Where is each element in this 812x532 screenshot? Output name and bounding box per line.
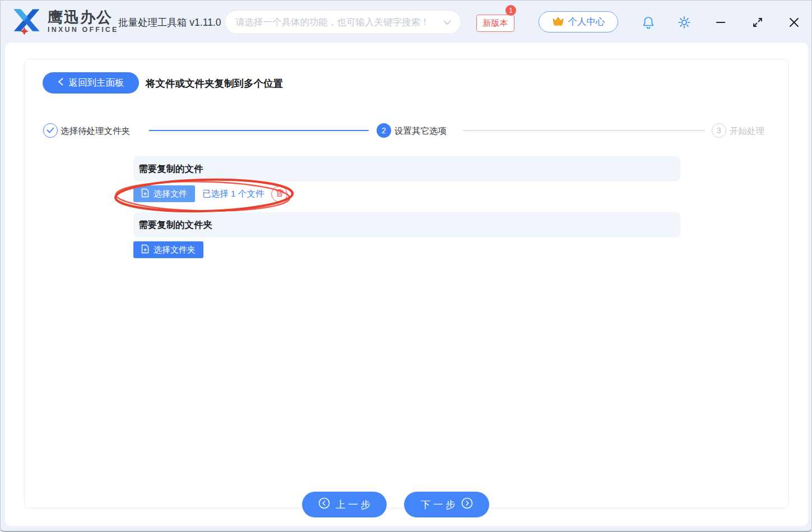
settings-gear-icon[interactable] bbox=[677, 15, 692, 30]
minimize-icon[interactable] bbox=[713, 15, 728, 30]
circled-chevron-right-icon bbox=[461, 497, 473, 512]
page-title: 将文件或文件夹复制到多个位置 bbox=[146, 77, 283, 90]
section-folders-title: 需要复制的文件夹 bbox=[138, 219, 212, 231]
folder-plus-icon bbox=[141, 244, 149, 255]
next-step-button[interactable]: 下 一 步 bbox=[404, 492, 489, 517]
new-version-badge: 1 bbox=[505, 5, 516, 16]
maximize-resize-icon[interactable] bbox=[750, 15, 765, 30]
function-search-select[interactable]: 请选择一个具体的功能，也可输入关键字搜索！ bbox=[225, 10, 461, 34]
check-icon bbox=[47, 126, 54, 135]
file-plus-icon bbox=[141, 188, 149, 199]
app-logo: 鹰迅办公 INXUN OFFICE bbox=[12, 7, 119, 37]
back-to-dashboard-button[interactable]: 返回到主面板 bbox=[43, 72, 139, 94]
next-step-label: 下 一 步 bbox=[420, 498, 455, 511]
folder-select-row: 选择文件夹 bbox=[133, 241, 203, 258]
content-card: 返回到主面板 将文件或文件夹复制到多个位置 选择待处理文件夹 2 设置其它选项 … bbox=[24, 59, 789, 508]
user-center-button[interactable]: 个人中心 bbox=[539, 11, 618, 32]
select-files-button[interactable]: 选择文件 bbox=[133, 185, 195, 202]
notification-bell-icon[interactable] bbox=[641, 15, 656, 30]
main-panel: 返回到主面板 将文件或文件夹复制到多个位置 选择待处理文件夹 2 设置其它选项 … bbox=[5, 43, 808, 526]
select-folders-label: 选择文件夹 bbox=[154, 245, 196, 255]
user-center-label: 个人中心 bbox=[568, 16, 605, 28]
app-window: 鹰迅办公 INXUN OFFICE 批量处理工具箱 v1.11.0 请选择一个具… bbox=[0, 0, 812, 532]
new-version-button[interactable]: 新版本 bbox=[476, 15, 514, 32]
step-1-circle bbox=[43, 123, 58, 138]
step-3-circle: 3 bbox=[712, 123, 726, 138]
file-select-row: 选择文件 已选择 1 个文件 bbox=[133, 185, 287, 202]
section-folders-header: 需要复制的文件夹 bbox=[133, 212, 680, 237]
circled-chevron-left-icon bbox=[318, 497, 330, 512]
select-files-label: 选择文件 bbox=[154, 189, 187, 199]
chevron-left-icon bbox=[58, 77, 64, 88]
step-2-circle: 2 bbox=[377, 123, 391, 138]
delete-selection-button[interactable] bbox=[271, 186, 287, 202]
section-files-header: 需要复制的文件 bbox=[133, 156, 680, 181]
search-placeholder: 请选择一个具体的功能，也可输入关键字搜索！ bbox=[235, 16, 443, 29]
previous-step-label: 上 一 步 bbox=[336, 498, 370, 511]
section-files-title: 需要复制的文件 bbox=[138, 163, 203, 175]
step-1-label: 选择待处理文件夹 bbox=[61, 125, 130, 137]
brand-name-cn: 鹰迅办公 bbox=[48, 10, 119, 25]
brand-name-en: INXUN OFFICE bbox=[48, 25, 119, 34]
trash-icon bbox=[276, 189, 284, 199]
close-icon[interactable] bbox=[787, 15, 801, 30]
logo-x-icon bbox=[12, 7, 43, 37]
step-3-label: 开始处理 bbox=[730, 125, 764, 137]
step-2-label: 设置其它选项 bbox=[395, 125, 447, 137]
step-connector-1 bbox=[149, 130, 369, 131]
previous-step-button[interactable]: 上 一 步 bbox=[302, 492, 387, 517]
chevron-down-icon bbox=[443, 17, 452, 27]
titlebar: 鹰迅办公 INXUN OFFICE 批量处理工具箱 v1.11.0 请选择一个具… bbox=[1, 1, 811, 43]
app-title: 批量处理工具箱 v1.11.0 bbox=[118, 1, 221, 43]
step-connector-2 bbox=[463, 130, 705, 131]
back-button-label: 返回到主面板 bbox=[69, 77, 124, 89]
select-folders-button[interactable]: 选择文件夹 bbox=[133, 241, 203, 258]
selected-files-count[interactable]: 已选择 1 个文件 bbox=[202, 188, 264, 200]
crown-icon bbox=[552, 16, 564, 28]
